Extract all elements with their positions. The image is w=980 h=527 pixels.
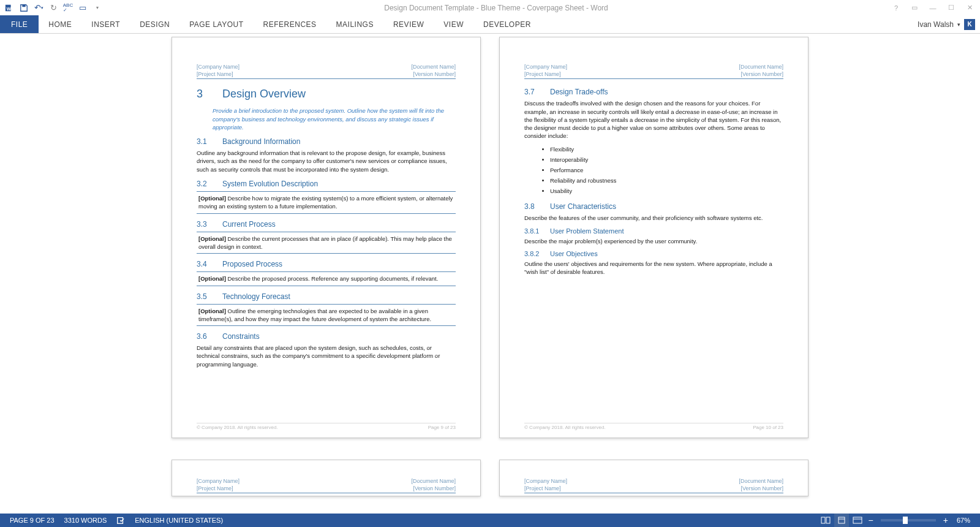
page-header: [Company Name][Project Name] [Document N… [524,477,783,493]
intro-text: Provide a brief introduction to the prop… [197,107,456,131]
body-3-3: [Optional] Describe the current processe… [197,232,456,254]
page-9: [Company Name][Project Name] [Document N… [172,37,481,438]
bullet-item: Interoperability [550,154,783,165]
heading-3-8-2: 3.8.2User Objectives [524,250,783,257]
body-3-2: [Optional] Describe how to migrate the e… [197,191,456,214]
header-docname: [Document Name] [411,477,456,485]
ribbon-display-button[interactable]: ▭ [907,2,922,14]
status-words[interactable]: 3310 WORDS [59,514,112,527]
quick-access-toolbar: W ↶▾ ↻ ABC✓ ▭ ▾ [2,1,104,15]
read-mode-icon[interactable] [818,514,833,527]
zoom-level[interactable]: 67% [952,517,975,524]
help-button[interactable]: ? [888,2,904,14]
heading-3-7: 3.7Design Trade-offs [524,88,783,96]
header-company: [Company Name] [524,63,567,70]
header-version: [Version Number] [411,485,456,492]
user-avatar: K [964,19,975,30]
document-area[interactable]: [Company Name][Project Name] [Document N… [0,34,980,514]
header-docname: [Document Name] [739,477,783,485]
page-footer: © Company 2018. All rights reserved.Page… [524,423,783,430]
qat-customize-button[interactable]: ▾ [91,1,104,15]
zoom-slider[interactable] [881,519,936,521]
body-3-1: Outline any background information that … [197,149,456,173]
maximize-button[interactable]: ☐ [943,2,959,14]
svg-rect-8 [853,517,862,523]
body-3-8-1: Describe the major problem(s) experience… [524,237,783,245]
zoom-slider-thumb[interactable] [903,517,908,524]
user-dropdown-icon: ▾ [957,21,960,28]
qat-button[interactable]: ▭ [76,1,89,15]
svg-rect-2 [22,4,25,7]
header-project: [Project Name] [197,70,239,78]
page-header: [Company Name][Project Name] [Document N… [197,477,456,493]
tab-file[interactable]: FILE [0,15,39,33]
header-version: [Version Number] [739,70,783,78]
header-company: [Company Name] [197,63,239,70]
redo-button[interactable]: ↻ [47,1,60,15]
heading-3-2: 3.2System Evolution Description [197,180,456,188]
print-layout-icon[interactable] [834,514,849,527]
tab-review[interactable]: REVIEW [383,15,434,33]
user-name: Ivan Walsh [918,20,954,29]
ribbon: FILE HOME INSERT DESIGN PAGE LAYOUT REFE… [0,15,980,34]
user-account[interactable]: Ivan Walsh ▾ K [918,15,980,33]
heading-3-1: 3.1Background Information [197,137,456,146]
bullet-item: Flexibility [550,144,783,154]
save-button[interactable] [17,1,31,15]
title-bar: W ↶▾ ↻ ABC✓ ▭ ▾ Design Document Template… [0,0,980,15]
minimize-button[interactable]: — [925,2,941,14]
window-controls: ? ▭ — ☐ ✕ [888,2,978,14]
page-12: [Company Name][Project Name] [Document N… [499,460,809,496]
header-docname: [Document Name] [739,63,783,70]
tradeoff-bullets: Flexibility Interoperability Performance… [550,144,783,196]
tab-view[interactable]: VIEW [434,15,473,33]
heading-3-8: 3.8User Characteristics [524,202,783,211]
header-version: [Version Number] [739,485,783,492]
zoom-in-button[interactable]: + [941,515,951,525]
status-page[interactable]: PAGE 9 OF 23 [5,514,59,527]
svg-rect-6 [839,517,845,523]
page-11: [Company Name][Project Name] [Document N… [172,460,481,496]
status-language[interactable]: ENGLISH (UNITED STATES) [130,514,228,527]
heading-3-6: 3.6Constraints [197,332,456,341]
page-footer: © Company 2018. All rights reserved.Page… [197,423,456,430]
page-header: [Company Name][Project Name] [Document N… [197,63,456,79]
tab-home[interactable]: HOME [39,15,81,33]
body-3-7: Discuss the tradeoffs involved with the … [524,99,783,140]
header-project: [Project Name] [197,485,239,492]
header-project: [Project Name] [524,485,567,492]
heading-3-4: 3.4Proposed Process [197,260,456,268]
page-header: [Company Name][Project Name] [Document N… [524,63,783,79]
tab-design[interactable]: DESIGN [130,15,179,33]
bullet-item: Reliability and robustness [550,175,783,186]
tab-references[interactable]: REFERENCES [254,15,326,33]
body-3-5: [Optional] Outline the emerging technolo… [197,304,456,327]
body-3-8: Describe the features of the user commun… [524,214,783,222]
body-3-8-2: Outline the users' objectives and requir… [524,260,783,276]
bullet-item: Performance [550,165,783,175]
tab-insert[interactable]: INSERT [81,15,130,33]
undo-button[interactable]: ↶▾ [32,1,45,15]
body-3-6: Detail any constraints that are placed u… [197,344,456,368]
zoom-out-button[interactable]: − [866,515,876,525]
heading-3-5: 3.5Technology Forecast [197,292,456,301]
svg-text:W: W [7,6,12,11]
tab-page-layout[interactable]: PAGE LAYOUT [179,15,253,33]
page-10: [Company Name][Project Name] [Document N… [499,37,809,438]
word-app-icon[interactable]: W [2,1,16,15]
bullet-item: Usability [550,186,783,196]
header-version: [Version Number] [411,70,456,78]
tab-developer[interactable]: DEVELOPER [473,15,541,33]
tab-mailings[interactable]: MAILINGS [326,15,383,33]
status-bar: PAGE 9 OF 23 3310 WORDS ENGLISH (UNITED … [0,514,980,527]
close-button[interactable]: ✕ [962,2,978,14]
web-layout-icon[interactable] [850,514,865,527]
window-title: Design Document Template - Blue Theme - … [104,4,888,12]
svg-rect-4 [821,517,825,523]
header-docname: [Document Name] [411,63,456,70]
status-proofing-icon[interactable] [111,514,130,527]
header-project: [Project Name] [524,70,567,78]
spelling-button[interactable]: ABC✓ [61,1,75,15]
heading-3-8-1: 3.8.1User Problem Statement [524,227,783,235]
heading-3: 3Design Overview [197,88,456,100]
